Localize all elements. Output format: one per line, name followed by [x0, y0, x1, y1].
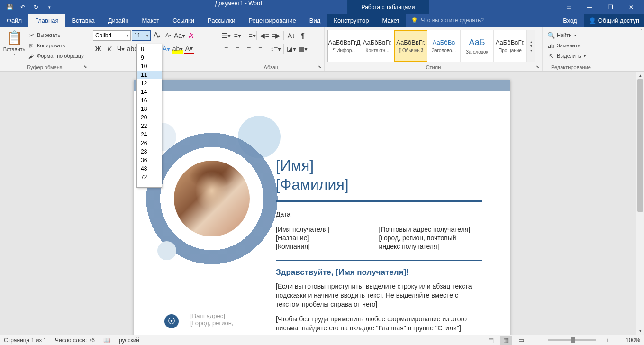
zoom-slider[interactable] [548, 339, 596, 341]
font-size-option[interactable]: 12 [137, 79, 162, 88]
name-first[interactable]: [Имя] [276, 156, 482, 175]
spell-check-icon[interactable]: 📖 [103, 337, 110, 344]
clipboard-launcher-icon[interactable]: ⬊ [82, 64, 88, 70]
style-item[interactable]: АаБбВвЗаголово... [427, 30, 461, 62]
recipient-title[interactable]: [Название] [276, 234, 379, 242]
tab-home[interactable]: Главная [28, 14, 65, 27]
font-size-option[interactable]: 26 [137, 139, 162, 147]
style-item[interactable]: АаБбВвГг,Контактн... [361, 30, 394, 62]
read-mode-icon[interactable]: ▤ [485, 336, 497, 345]
tab-references[interactable]: Ссылки [166, 14, 201, 27]
decrease-indent-icon[interactable]: ◀≡ [259, 30, 270, 41]
tab-design[interactable]: Дизайн [101, 14, 136, 27]
web-layout-icon[interactable]: ▭ [515, 336, 527, 345]
multilevel-icon[interactable]: ⋮≡▾ [244, 30, 254, 41]
tab-insert[interactable]: Вставка [65, 14, 101, 27]
find-button[interactable]: 🔍Найти▾ [545, 30, 597, 40]
shrink-font-icon[interactable]: A▾ [163, 30, 173, 41]
clear-format-icon[interactable]: A̷ [186, 30, 196, 41]
font-color-icon[interactable]: A▾ [184, 44, 194, 54]
zoom-out-icon[interactable]: − [530, 336, 543, 345]
page-number[interactable]: Страница 1 из 1 [4, 337, 46, 344]
highlight-icon[interactable]: ab▾ [172, 44, 183, 54]
font-size-option[interactable]: 9 [137, 54, 162, 62]
select-button[interactable]: ↖Выделить▾ [545, 51, 597, 61]
font-size-option[interactable]: 28 [137, 147, 162, 156]
underline-icon[interactable]: Ч▾ [116, 44, 126, 54]
font-size-option[interactable]: 72 [137, 173, 162, 182]
styles-launcher-icon[interactable]: ⬊ [535, 64, 541, 70]
change-case-icon[interactable]: Aa▾ [174, 30, 185, 41]
scroll-up-icon[interactable]: ▴ [636, 72, 644, 79]
align-left-icon[interactable]: ≡ [221, 44, 231, 54]
print-layout-icon[interactable]: ▦ [500, 336, 512, 345]
bullets-icon[interactable]: ☰▾ [221, 30, 231, 41]
paragraph-launcher-icon[interactable]: ⬊ [317, 64, 323, 70]
font-size-option[interactable]: 16 [137, 96, 162, 105]
word-count[interactable]: Число слов: 76 [55, 337, 95, 344]
sign-in-button[interactable]: Вход [556, 17, 583, 24]
style-item[interactable]: АаБЗаголовок [461, 30, 494, 62]
italic-icon[interactable]: К [104, 44, 115, 54]
borders-icon[interactable]: ▦▾ [298, 44, 308, 54]
scroll-down-icon[interactable]: ▾ [636, 327, 644, 335]
font-size-option[interactable]: 11 [137, 71, 162, 79]
date-field[interactable]: Дата [276, 210, 482, 218]
vertical-scrollbar[interactable]: ▴ ▾ [636, 72, 644, 335]
tab-layout[interactable]: Макет [135, 14, 166, 27]
format-painter-button[interactable]: 🖌Формат по образцу [26, 51, 86, 61]
font-size-option[interactable]: 48 [137, 164, 162, 173]
style-item[interactable]: АаБбВвГгД¶ Инфор... [328, 30, 361, 62]
recipient-name[interactable]: [Имя получателя] [276, 226, 379, 233]
font-size-option[interactable]: 20 [137, 113, 162, 122]
font-size-option[interactable]: 36 [137, 156, 162, 164]
body-paragraph-1[interactable]: [Если вы готовы приступить, выделите стр… [276, 282, 482, 309]
grow-font-icon[interactable]: A▴ [152, 30, 162, 41]
qat-customize-icon[interactable]: ▾ [44, 1, 55, 13]
sort-icon[interactable]: A↓ [286, 30, 297, 41]
font-size-option[interactable]: 10 [137, 62, 162, 71]
recipient-company[interactable]: [Компания] [276, 243, 379, 250]
recipient-city[interactable]: [Город, регион, почтовый [379, 234, 482, 242]
font-name-combo[interactable]: Calibri▾ [93, 30, 131, 41]
strike-icon[interactable]: abc [127, 44, 137, 54]
tab-file[interactable]: Файл [0, 14, 28, 27]
numbering-icon[interactable]: ≡▾ [232, 30, 243, 41]
tell-me-search[interactable]: 💡 Что вы хотите сделать? [406, 14, 489, 27]
zoom-level[interactable]: 100% [617, 337, 640, 344]
tab-review[interactable]: Рецензирование [242, 14, 302, 27]
document-content[interactable]: [Имя] [Фамилия] Дата [Имя получателя] [Н… [276, 156, 482, 335]
page[interactable]: [Имя] [Фамилия] Дата [Имя получателя] [Н… [134, 80, 510, 335]
share-button[interactable]: 👤 Общий доступ [584, 14, 644, 27]
sender-address[interactable]: [Ваш адрес] [Город, регион, [190, 312, 233, 335]
save-icon[interactable]: 💾 [4, 1, 15, 13]
font-size-option[interactable]: 14 [137, 88, 162, 96]
zoom-in-icon[interactable]: + [601, 336, 614, 345]
align-right-icon[interactable]: ≡ [244, 44, 254, 54]
increase-indent-icon[interactable]: ≡▶ [271, 30, 281, 41]
tab-layout2[interactable]: Макет [375, 14, 406, 27]
bold-icon[interactable]: Ж [93, 44, 103, 54]
collapse-ribbon-icon[interactable]: ˆ [640, 29, 642, 35]
align-center-icon[interactable]: ≡ [232, 44, 243, 54]
maximize-icon[interactable]: ❐ [603, 1, 617, 13]
shading-icon[interactable]: ◪▾ [286, 44, 297, 54]
show-marks-icon[interactable]: ¶ [298, 30, 308, 41]
copy-button[interactable]: ⎘Копировать [26, 40, 86, 51]
style-item[interactable]: АаБбВвГг,¶ Обычный [394, 30, 427, 62]
greeting[interactable]: Здравствуйте, [Имя получателя]! [276, 268, 482, 277]
tab-view[interactable]: Вид [303, 14, 327, 27]
tab-mailings[interactable]: Рассылки [201, 14, 242, 27]
line-spacing-icon[interactable]: ↕≡▾ [271, 44, 281, 54]
font-size-combo[interactable]: 11▾ [132, 30, 151, 41]
justify-icon[interactable]: ≡ [255, 44, 265, 54]
cut-button[interactable]: ✂Вырезать [26, 30, 86, 40]
body-paragraph-2[interactable]: [Чтобы без труда применить любое формати… [276, 315, 482, 333]
scroll-thumb[interactable] [637, 79, 643, 212]
name-last[interactable]: [Фамилия] [276, 175, 482, 194]
tab-constructor[interactable]: Конструктор [327, 14, 375, 27]
close-icon[interactable]: ✕ [624, 1, 638, 13]
font-size-option[interactable]: 18 [137, 105, 162, 113]
recipient-address[interactable]: [Почтовый адрес получателя] [379, 226, 482, 233]
font-size-option[interactable]: 24 [137, 130, 162, 139]
